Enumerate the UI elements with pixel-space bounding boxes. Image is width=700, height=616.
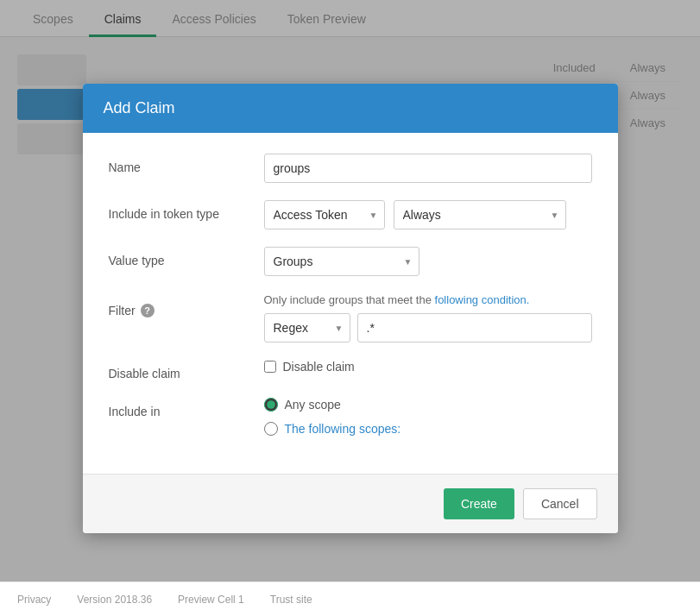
filter-pattern-input[interactable]	[357, 313, 592, 343]
modal-overlay: Add Claim Name Include in token type A	[0, 0, 700, 616]
modal-body: Name Include in token type Access Token …	[83, 133, 618, 474]
include-in-control: Any scope The following scopes:	[264, 398, 592, 436]
regex-select[interactable]: Regex Exact Prefix	[264, 313, 350, 343]
modal-title: Add Claim	[104, 99, 175, 116]
footer-privacy[interactable]: Privacy	[17, 594, 51, 606]
radio-following-scopes[interactable]	[264, 422, 278, 436]
token-type-selects: Access Token Identity Token Refresh Toke…	[264, 200, 592, 229]
radio-following-scopes-row: The following scopes:	[264, 422, 592, 436]
always-select[interactable]: Always Conditional	[394, 200, 566, 229]
value-type-control: Groups User Info Custom ▼	[264, 247, 592, 276]
disable-claim-label: Disable claim	[109, 360, 264, 380]
filter-row: Filter ? Only include groups that meet t…	[109, 293, 592, 343]
token-type-row: Include in token type Access Token Ident…	[109, 200, 592, 229]
name-input[interactable]	[264, 154, 592, 183]
include-in-row: Include in Any scope The following scope…	[109, 398, 592, 436]
disable-claim-checkbox[interactable]	[264, 361, 276, 373]
filter-label-wrap: Filter ?	[109, 300, 264, 317]
regex-select-wrap: Regex Exact Prefix ▼	[264, 313, 350, 343]
name-row: Name	[109, 154, 592, 183]
filter-control: Only include groups that meet the follow…	[264, 293, 592, 343]
include-in-label: Include in	[109, 398, 264, 418]
add-claim-modal: Add Claim Name Include in token type A	[83, 84, 618, 533]
value-type-label: Value type	[109, 247, 264, 267]
value-type-select[interactable]: Groups User Info Custom	[264, 247, 419, 276]
footer-bar: Privacy Version 2018.36 Preview Cell 1 T…	[0, 581, 700, 616]
cancel-button[interactable]: Cancel	[523, 488, 597, 519]
filter-hint-highlight: following condition.	[435, 293, 530, 306]
disable-claim-row: Disable claim Disable claim	[109, 360, 592, 380]
footer-version: Version 2018.36	[77, 594, 152, 606]
token-type-control: Access Token Identity Token Refresh Toke…	[264, 200, 592, 229]
footer-trust-site[interactable]: Trust site	[270, 594, 312, 606]
include-in-radio-group: Any scope The following scopes:	[264, 398, 592, 436]
token-type-select[interactable]: Access Token Identity Token Refresh Toke…	[264, 200, 385, 229]
name-label: Name	[109, 154, 264, 174]
token-type-label: Include in token type	[109, 200, 264, 221]
radio-any-scope[interactable]	[264, 398, 278, 412]
filter-input-row: Regex Exact Prefix ▼	[264, 313, 592, 343]
always-select-wrap: Always Conditional ▼	[394, 200, 566, 229]
modal-footer: Create Cancel	[83, 474, 618, 533]
filter-help-icon[interactable]: ?	[141, 304, 155, 317]
token-select-wrap: Access Token Identity Token Refresh Toke…	[264, 200, 385, 229]
disable-claim-checkbox-label: Disable claim	[283, 360, 355, 374]
create-button[interactable]: Create	[444, 488, 514, 519]
radio-following-scopes-label: The following scopes:	[285, 422, 401, 436]
value-type-row: Value type Groups User Info Custom ▼	[109, 247, 592, 276]
radio-any-scope-row: Any scope	[264, 398, 592, 412]
disable-claim-checkbox-row: Disable claim	[264, 360, 592, 374]
modal-header: Add Claim	[83, 84, 618, 133]
value-type-select-wrap: Groups User Info Custom ▼	[264, 247, 419, 276]
name-control	[264, 154, 592, 183]
footer-preview-cell[interactable]: Preview Cell 1	[178, 594, 244, 606]
disable-claim-control: Disable claim	[264, 360, 592, 374]
filter-label: Filter ?	[109, 293, 264, 317]
radio-any-scope-label: Any scope	[285, 398, 341, 412]
filter-hint: Only include groups that meet the follow…	[264, 293, 592, 306]
